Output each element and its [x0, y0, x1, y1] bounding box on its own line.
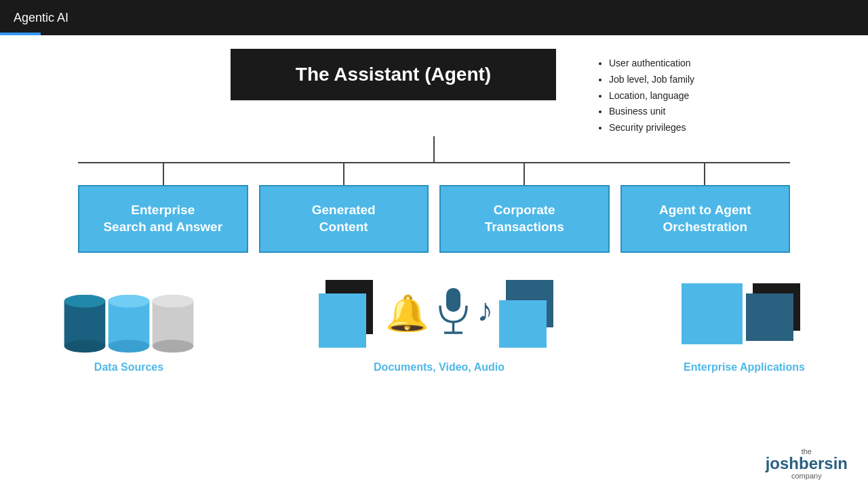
drop-line-4 [704, 163, 705, 185]
tree-connector: Enterprise Search and AnswerGenerated Co… [78, 162, 790, 253]
joshbersin-logo: the joshbersin company [766, 447, 848, 480]
music-note-icon: ♪ [477, 291, 494, 329]
svg-point-11 [153, 295, 194, 308]
svg-rect-5 [108, 301, 150, 346]
doc-front-2 [499, 300, 547, 348]
cylinder-gray [149, 293, 197, 354]
header-title: Agentic AI [14, 11, 68, 25]
bullet-item: User authentication [609, 56, 746, 72]
drop-line-3 [524, 163, 525, 185]
drop-line-1 [163, 163, 164, 185]
connector-area: Enterprise Search and AnswerGenerated Co… [20, 136, 848, 253]
svg-point-3 [64, 295, 106, 308]
apps-label: Enterprise Applications [684, 361, 805, 373]
horizontal-bar [78, 162, 790, 163]
app-block-stack [746, 283, 807, 344]
joshbersin-company: company [766, 472, 848, 480]
category-box-generated-content: Generated Content [259, 185, 429, 253]
app-icons [682, 273, 807, 354]
bullet-item: Location, language [609, 88, 746, 104]
media-icons: 🔔 ♪ [319, 273, 560, 354]
svg-rect-9 [153, 301, 194, 346]
svg-point-7 [108, 295, 150, 308]
category-box-agent-orchestration: Agent to Agent Orchestration [620, 185, 791, 253]
category-box-corporate-transactions: Corporate Transactions [439, 185, 610, 253]
media-group: 🔔 ♪ D [319, 273, 560, 373]
drops-row [78, 163, 790, 185]
top-section: The Assistant (Agent) User authenticatio… [20, 49, 848, 136]
bottom-section: Data Sources 🔔 [20, 260, 848, 373]
doc-front [319, 293, 366, 348]
category-box-enterprise-search: Enterprise Search and Answer [78, 185, 248, 253]
app-block-blue [682, 283, 743, 344]
boxes-row: Enterprise Search and AnswerGenerated Co… [78, 185, 790, 253]
app-block-teal [746, 293, 793, 341]
apps-group: Enterprise Applications [682, 273, 807, 373]
svg-point-6 [108, 340, 150, 352]
cylinder-light-blue [105, 293, 153, 354]
svg-rect-12 [446, 288, 460, 312]
svg-point-10 [153, 340, 194, 352]
bullet-item: Security privileges [609, 120, 746, 136]
bullet-item: Business unit [609, 104, 746, 120]
header-bar: Agentic AI [0, 0, 868, 35]
svg-point-2 [64, 340, 106, 352]
agent-box-wrapper: The Assistant (Agent) [231, 49, 556, 100]
joshbersin-name: joshbersin [766, 455, 848, 472]
data-sources-group: Data Sources [61, 273, 197, 373]
cylinder-dark [61, 293, 108, 354]
main-content: The Assistant (Agent) User authenticatio… [0, 35, 868, 380]
bullet-list: User authenticationJob level, Job family… [597, 56, 746, 136]
media-label: Documents, Video, Audio [374, 361, 505, 373]
bell-icon: 🔔 [385, 293, 429, 334]
svg-rect-1 [64, 301, 106, 346]
cylinders-container [61, 273, 197, 354]
doc-stack [319, 280, 380, 348]
data-sources-label: Data Sources [94, 361, 163, 373]
agent-box: The Assistant (Agent) [231, 49, 556, 100]
vertical-line-up [433, 136, 435, 162]
bullet-item: Job level, Job family [609, 72, 746, 88]
doc-stack-2 [499, 280, 560, 348]
microphone-icon [435, 287, 472, 341]
drop-line-2 [343, 163, 344, 185]
